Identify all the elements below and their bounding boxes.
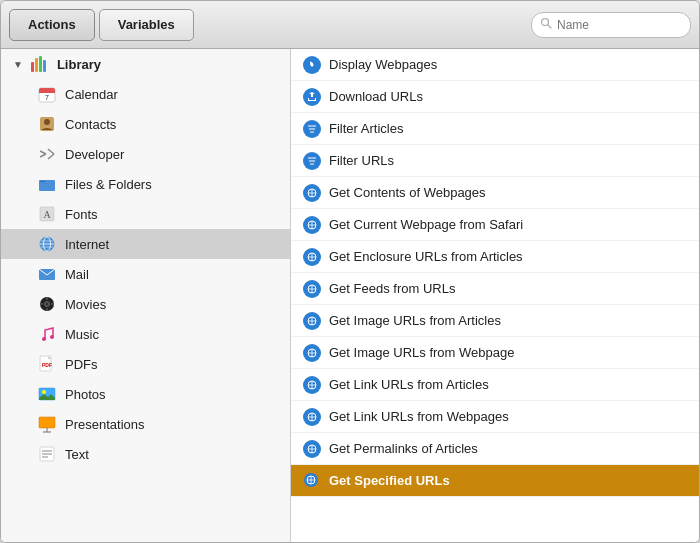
movies-icon [37,294,57,314]
action-get-permalinks-articles[interactable]: Get Permalinks of Articles [291,433,699,465]
music-icon [37,324,57,344]
action-label: Get Feeds from URLs [329,281,455,296]
svg-text:7: 7 [45,94,49,101]
sidebar-item-presentations[interactable]: Presentations [1,409,290,439]
sidebar-item-label: Files & Folders [65,177,152,192]
action-label: Get Image URLs from Webpage [329,345,514,360]
main-content: ▼ Library 7 [1,49,699,542]
action-get-current-webpage-safari[interactable]: Get Current Webpage from Safari [291,209,699,241]
svg-rect-34 [39,417,55,428]
sidebar-item-pdfs[interactable]: PDF PDFs [1,349,290,379]
svg-line-8 [40,151,46,154]
actions-tab[interactable]: Actions [9,9,95,41]
action-get-specified-urls[interactable]: Get Specified URLs [291,465,699,497]
svg-text:A: A [43,209,51,220]
fonts-icon: A [37,204,57,224]
sidebar-item-label: Fonts [65,207,98,222]
sidebar-item-label: PDFs [65,357,98,372]
action-label: Download URLs [329,89,423,104]
action-icon [303,344,321,362]
svg-line-1 [548,25,551,28]
action-icon [303,216,321,234]
search-input[interactable] [557,18,682,32]
action-filter-urls[interactable]: Filter URLs [291,145,699,177]
svg-line-11 [48,154,54,159]
pdfs-icon: PDF [37,354,57,374]
sidebar-item-files-folders[interactable]: Files & Folders [1,169,290,199]
sidebar-item-label: Text [65,447,89,462]
sidebar-item-photos[interactable]: Photos [1,379,290,409]
sidebar-item-contacts[interactable]: Contacts [1,109,290,139]
sidebar-item-label: Movies [65,297,106,312]
sidebar-item-label: Contacts [65,117,116,132]
internet-icon [37,234,57,254]
action-icon [303,152,321,170]
action-icon [303,248,321,266]
action-icon [303,184,321,202]
action-get-contents-webpages[interactable]: Get Contents of Webpages [291,177,699,209]
action-get-image-urls-articles[interactable]: Get Image URLs from Articles [291,305,699,337]
svg-point-33 [42,390,46,394]
text-icon [37,444,57,464]
presentations-icon [37,414,57,434]
action-get-enclosure-urls-articles[interactable]: Get Enclosure URLs from Articles [291,241,699,273]
search-icon [540,17,552,32]
action-filter-articles[interactable]: Filter Articles [291,113,699,145]
svg-point-23 [46,303,48,305]
sidebar-library-label: Library [57,57,101,72]
action-icon [303,376,321,394]
action-label: Get Permalinks of Articles [329,441,478,456]
svg-point-29 [50,335,54,339]
action-icon [303,472,321,490]
sidebar-item-label: Developer [65,147,124,162]
action-label: Filter Articles [329,121,403,136]
action-label: Display Webpages [329,57,437,72]
calendar-icon: 7 [37,84,57,104]
sidebar-item-movies[interactable]: Movies [1,289,290,319]
svg-line-9 [40,154,46,157]
sidebar-item-developer[interactable]: Developer [1,139,290,169]
action-icon [303,88,321,106]
svg-rect-4 [39,90,55,93]
sidebar-item-calendar[interactable]: 7 Calendar [1,79,290,109]
mail-icon [37,264,57,284]
files-folders-icon [37,174,57,194]
action-get-link-urls-articles[interactable]: Get Link URLs from Articles [291,369,699,401]
app-window: Actions Variables ▼ [0,0,700,543]
svg-line-10 [48,149,54,154]
sidebar-item-label: Music [65,327,99,342]
variables-tab[interactable]: Variables [99,9,194,41]
svg-point-0 [542,19,549,26]
action-icon [303,312,321,330]
sidebar-item-fonts[interactable]: A Fonts [1,199,290,229]
svg-text:PDF: PDF [42,362,52,368]
triangle-icon: ▼ [13,59,23,70]
svg-point-28 [42,337,46,341]
action-label: Get Contents of Webpages [329,185,486,200]
svg-point-42 [311,63,314,66]
actions-list: Display Webpages Download URLs Filter Ar… [291,49,699,542]
action-icon [303,56,321,74]
sidebar: ▼ Library 7 [1,49,291,542]
action-download-urls[interactable]: Download URLs [291,81,699,113]
action-icon [303,408,321,426]
sidebar-item-text[interactable]: Text [1,439,290,469]
search-box [531,12,691,38]
toolbar: Actions Variables [1,1,699,49]
action-label: Get Current Webpage from Safari [329,217,523,232]
action-icon [303,440,321,458]
sidebar-item-music[interactable]: Music [1,319,290,349]
action-label: Filter URLs [329,153,394,168]
action-label: Get Link URLs from Articles [329,377,489,392]
sidebar-item-label: Mail [65,267,89,282]
sidebar-item-mail[interactable]: Mail [1,259,290,289]
action-get-link-urls-webpages[interactable]: Get Link URLs from Webpages [291,401,699,433]
sidebar-item-internet[interactable]: Internet [1,229,290,259]
action-get-feeds-urls[interactable]: Get Feeds from URLs [291,273,699,305]
svg-point-7 [44,119,50,125]
sidebar-item-library[interactable]: ▼ Library [1,49,290,79]
action-icon [303,120,321,138]
action-get-image-urls-webpage[interactable]: Get Image URLs from Webpage [291,337,699,369]
developer-icon [37,144,57,164]
action-display-webpages[interactable]: Display Webpages [291,49,699,81]
